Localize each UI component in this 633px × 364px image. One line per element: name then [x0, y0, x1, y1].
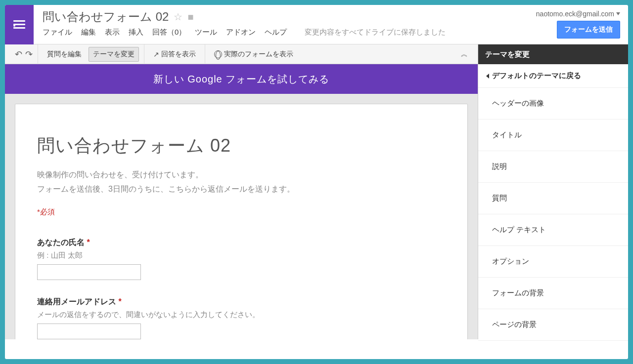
list-icon — [13, 20, 25, 29]
collapse-icon[interactable]: ︽ — [461, 50, 473, 59]
form-preview: 問い合わせフォーム 02 映像制作の問い合わせを、受け付けています。 フォームを… — [15, 104, 468, 339]
sidebar-item-page-bg[interactable]: ページの背景 — [478, 309, 628, 341]
menu-tools[interactable]: ツール — [195, 28, 217, 37]
required-asterisk: * — [87, 238, 90, 246]
menu-addons[interactable]: アドオン — [226, 28, 256, 37]
field-email: 連絡用メールアドレス * メールの返信をするので、間違いがないように入力してくだ… — [37, 297, 446, 339]
user-email[interactable]: naotomo.eck@gmail.com — [536, 10, 614, 18]
undo-button[interactable]: ↶ — [15, 49, 22, 60]
sidebar-back[interactable]: デフォルトのテーマに戻る — [478, 64, 628, 88]
view-live-label: 実際のフォームを表示 — [224, 50, 293, 59]
view-responses-button[interactable]: ↗ 回答を表示 — [149, 47, 200, 61]
try-new-forms-banner[interactable]: 新しい Google フォームを試してみる — [5, 64, 478, 94]
field-email-hint: メールの返信をするので、間違いがないように入力してください。 — [37, 310, 446, 320]
send-form-button[interactable]: フォームを送信 — [557, 21, 620, 39]
sidebar-item-question[interactable]: 質問 — [478, 183, 628, 214]
menu-insert[interactable]: 挿入 — [129, 28, 143, 37]
menu-edit[interactable]: 編集 — [81, 28, 96, 37]
sidebar-item-header-image[interactable]: ヘッダーの画像 — [478, 88, 628, 120]
sidebar-item-description[interactable]: 説明 — [478, 151, 628, 183]
toolbar: ↶ ↷ 質問を編集 テーマを変更 ↗ 回答を表示 実際のフォームを表 — [5, 44, 478, 64]
change-theme-button[interactable]: テーマを変更 — [89, 47, 139, 62]
menu-responses[interactable]: 回答（0） — [152, 28, 186, 37]
name-input[interactable] — [37, 264, 141, 280]
field-name: あなたの氏名 * 例 : 山田 太郎 — [37, 238, 446, 280]
save-status: 変更内容をすべてドライブに保存しました — [305, 28, 446, 37]
sidebar-item-help-text[interactable]: ヘルプ テキスト — [478, 214, 628, 246]
required-asterisk: * — [118, 297, 121, 306]
form-description: 映像制作の問い合わせを、受け付けています。 フォームを送信後、3日間のうちに、こ… — [37, 168, 446, 197]
form-desc-line2: フォームを送信後、3日間のうちに、こちらから返信メールを送ります。 — [37, 185, 295, 193]
field-name-label: あなたの氏名 — [37, 238, 85, 246]
menu-help[interactable]: ヘルプ — [265, 28, 287, 37]
hamburger-button[interactable] — [5, 5, 34, 44]
sidebar-back-label: デフォルトのテーマに戻る — [492, 71, 581, 81]
email-input[interactable] — [37, 324, 141, 339]
sidebar-title: テーマを変更 — [478, 44, 628, 64]
field-name-hint: 例 : 山田 太郎 — [37, 251, 446, 260]
required-note: *必須 — [37, 207, 446, 217]
view-live-form-button[interactable]: 実際のフォームを表示 — [210, 47, 297, 61]
view-responses-label: 回答を表示 — [161, 50, 196, 59]
sidebar-item-option[interactable]: オプション — [478, 246, 628, 278]
redo-button[interactable]: ↷ — [25, 49, 33, 60]
folder-icon[interactable]: ■ — [187, 11, 193, 23]
chevron-down-icon[interactable] — [616, 12, 620, 15]
sidebar-item-form-bg[interactable]: フォームの背景 — [478, 278, 628, 309]
globe-icon — [214, 50, 222, 58]
theme-sidebar: テーマを変更 デフォルトのテーマに戻る ヘッダーの画像 タイトル 説明 質問 ヘ… — [478, 44, 628, 339]
edit-questions-button[interactable]: 質問を編集 — [43, 47, 86, 61]
field-email-label: 連絡用メールアドレス — [37, 297, 116, 306]
star-icon[interactable]: ☆ — [174, 11, 182, 23]
form-title: 問い合わせフォーム 02 — [37, 134, 446, 158]
external-icon: ↗ — [153, 50, 159, 58]
form-desc-line1: 映像制作の問い合わせを、受け付けています。 — [37, 170, 203, 179]
chevron-left-icon — [486, 74, 489, 79]
menu-view[interactable]: 表示 — [105, 28, 120, 37]
document-title[interactable]: 問い合わせフォーム 02 — [43, 9, 169, 25]
menu-file[interactable]: ファイル — [43, 28, 72, 37]
sidebar-item-title[interactable]: タイトル — [478, 120, 628, 151]
